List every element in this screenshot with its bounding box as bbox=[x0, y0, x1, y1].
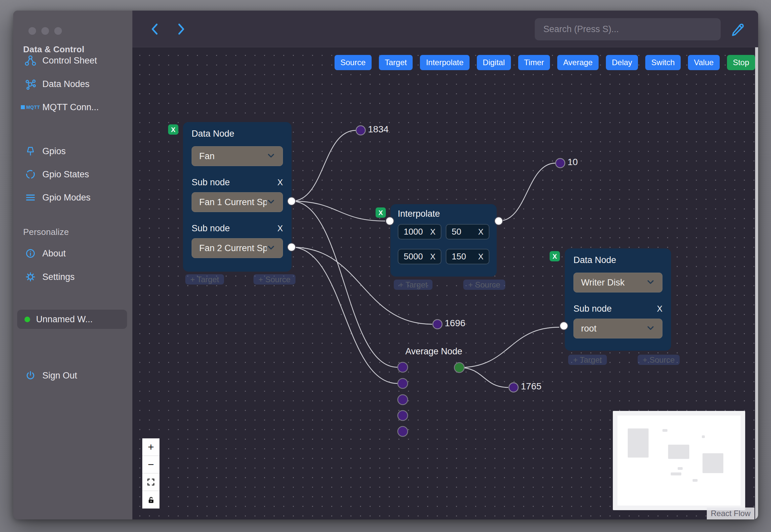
minimap-node bbox=[668, 445, 689, 459]
control-sheet-icon bbox=[24, 54, 37, 67]
interpolate-node[interactable]: Interpolate 1000 X 50 X 5000 X bbox=[390, 204, 497, 277]
fan1-source-handle[interactable] bbox=[287, 197, 296, 205]
add-interpolate-node-button[interactable]: Interpolate bbox=[420, 55, 469, 70]
value-endpoint-10[interactable] bbox=[556, 158, 565, 168]
sub-node-label: Sub node bbox=[573, 304, 612, 314]
add-source-node-button[interactable]: Source bbox=[335, 55, 372, 70]
node-title: Data Node bbox=[192, 129, 283, 139]
add-digital-node-button[interactable]: Digital bbox=[477, 55, 511, 70]
flow-canvas[interactable]: Source Target Interpolate Digital Timer … bbox=[132, 47, 758, 519]
fan2-sub-node-dropdown[interactable]: Fan 2 Current Spe bbox=[192, 238, 283, 258]
edge-fan1-to-1834 bbox=[292, 130, 356, 201]
clear-value-button[interactable]: X bbox=[430, 227, 435, 237]
fan-data-node[interactable]: Data Node Fan Sub node X Fan 1 Current S… bbox=[183, 122, 292, 272]
sidebar-item-label: Gpio Modes bbox=[42, 193, 91, 203]
stop-button[interactable]: Stop bbox=[727, 55, 755, 70]
remove-sub-node-button[interactable]: X bbox=[657, 304, 662, 314]
average-output-handle[interactable] bbox=[454, 363, 464, 373]
react-flow-attribution[interactable]: React Flow bbox=[707, 508, 754, 519]
zoom-out-button[interactable]: − bbox=[142, 456, 159, 473]
clear-value-button[interactable]: X bbox=[478, 227, 483, 237]
value-endpoint-1696[interactable] bbox=[433, 320, 442, 329]
sidebar-item-gpios[interactable]: Gpios bbox=[24, 144, 66, 158]
add-switch-node-button[interactable]: Switch bbox=[645, 55, 681, 70]
add-average-node-button[interactable]: Average bbox=[557, 55, 599, 70]
writer-data-node-wrapper: X Data Node Writer Disk Sub node X ro bbox=[565, 248, 671, 351]
sidebar-item-gpio-modes[interactable]: Gpio Modes bbox=[24, 190, 91, 205]
interpolate-input-min-y: 50 X bbox=[446, 224, 489, 240]
input-value[interactable]: 1000 bbox=[404, 227, 423, 237]
add-source-handle-button[interactable]: + Source bbox=[253, 274, 295, 285]
writer-data-node[interactable]: Data Node Writer Disk Sub node X root bbox=[565, 248, 671, 351]
writer-type-dropdown[interactable]: Writer Disk bbox=[573, 273, 662, 292]
sidebar-item-control-sheet[interactable]: Control Sheet bbox=[24, 53, 97, 68]
sidebar-item-label: MQTT Conn... bbox=[42, 102, 99, 112]
chevron-down-icon bbox=[646, 278, 655, 288]
sidebar-item-mqtt-connection[interactable]: MQTT MQTT Conn... bbox=[24, 100, 99, 114]
add-source-handle-button[interactable]: + Source bbox=[463, 280, 505, 290]
add-target-handle-button[interactable]: + Target bbox=[185, 274, 224, 285]
delete-node-button[interactable]: X bbox=[168, 124, 178, 135]
average-input-handle-2[interactable] bbox=[398, 378, 408, 388]
back-button[interactable] bbox=[147, 22, 162, 37]
average-input-handle-5[interactable] bbox=[398, 426, 408, 436]
edit-pencil-icon[interactable] bbox=[729, 21, 746, 38]
delete-node-button[interactable]: X bbox=[376, 207, 386, 218]
interpolate-target-handle[interactable] bbox=[385, 217, 394, 225]
mqtt-icon: MQTT bbox=[24, 101, 37, 114]
average-input-handle-1[interactable] bbox=[398, 362, 408, 372]
clear-value-button[interactable]: X bbox=[478, 252, 483, 261]
zoom-in-button[interactable]: + bbox=[142, 438, 159, 456]
canvas-controls: + − bbox=[142, 438, 159, 509]
add-delay-node-button[interactable]: Delay bbox=[606, 55, 638, 70]
window-minimize-button[interactable] bbox=[41, 27, 49, 35]
add-target-handle-button[interactable]: + Target bbox=[568, 355, 607, 365]
writer-sub-node-dropdown[interactable]: root bbox=[573, 319, 662, 338]
minimap[interactable] bbox=[613, 411, 745, 510]
minimap-node bbox=[678, 467, 683, 470]
add-timer-node-button[interactable]: Timer bbox=[518, 55, 550, 70]
value-endpoint-1765[interactable] bbox=[509, 383, 518, 392]
sidebar-item-settings[interactable]: Settings bbox=[24, 270, 75, 284]
forward-button[interactable] bbox=[173, 22, 189, 37]
writer-target-handle[interactable] bbox=[560, 322, 568, 330]
delete-node-button[interactable]: X bbox=[550, 251, 560, 261]
average-input-handle-3[interactable] bbox=[398, 395, 408, 405]
search-input[interactable] bbox=[535, 18, 721, 40]
sidebar-item-label: Data Nodes bbox=[42, 79, 90, 89]
input-value[interactable]: 5000 bbox=[404, 251, 423, 262]
main-area: Source Target Interpolate Digital Timer … bbox=[132, 11, 758, 519]
fan2-source-handle[interactable] bbox=[287, 243, 296, 251]
vertical-scrollbar[interactable] bbox=[755, 47, 758, 519]
input-value[interactable]: 50 bbox=[452, 227, 461, 237]
average-input-handle-4[interactable] bbox=[398, 411, 408, 421]
fan1-sub-node-dropdown[interactable]: Fan 1 Current Spe bbox=[192, 192, 283, 212]
interpolate-source-handle[interactable] bbox=[494, 217, 503, 225]
edge-value-label: 1696 bbox=[445, 318, 465, 329]
fan-type-dropdown[interactable]: Fan bbox=[192, 146, 283, 166]
fit-view-button[interactable] bbox=[142, 473, 159, 491]
input-value[interactable]: 150 bbox=[452, 251, 466, 262]
add-target-handle-button[interactable]: + Target bbox=[394, 280, 432, 290]
minimap-node bbox=[628, 428, 649, 458]
sidebar-item-about[interactable]: About bbox=[24, 246, 66, 261]
sidebar-item-gpio-states[interactable]: Gpio States bbox=[24, 167, 89, 182]
lock-button[interactable] bbox=[142, 491, 159, 509]
value-endpoint-1834[interactable] bbox=[356, 126, 365, 135]
sidebar-item-data-nodes[interactable]: Data Nodes bbox=[24, 77, 90, 91]
remove-sub-node-button[interactable]: X bbox=[277, 224, 283, 233]
window-zoom-button[interactable] bbox=[54, 27, 62, 35]
sidebar-item-workflow-unnamed[interactable]: Unnamed W... bbox=[17, 310, 127, 329]
chevron-down-icon bbox=[267, 243, 275, 253]
sidebar-item-sign-out[interactable]: Sign Out bbox=[24, 368, 77, 383]
window-controls bbox=[28, 27, 62, 35]
minimap-node bbox=[693, 479, 698, 482]
add-value-node-button[interactable]: Value bbox=[688, 55, 720, 70]
add-target-node-button[interactable]: Target bbox=[379, 55, 413, 70]
window-close-button[interactable] bbox=[28, 27, 36, 35]
dropdown-value: Fan 1 Current Spe bbox=[199, 197, 267, 207]
minimap-node bbox=[702, 435, 705, 438]
add-source-handle-button[interactable]: + Source bbox=[638, 355, 680, 365]
remove-sub-node-button[interactable]: X bbox=[277, 178, 283, 187]
clear-value-button[interactable]: X bbox=[430, 252, 435, 261]
